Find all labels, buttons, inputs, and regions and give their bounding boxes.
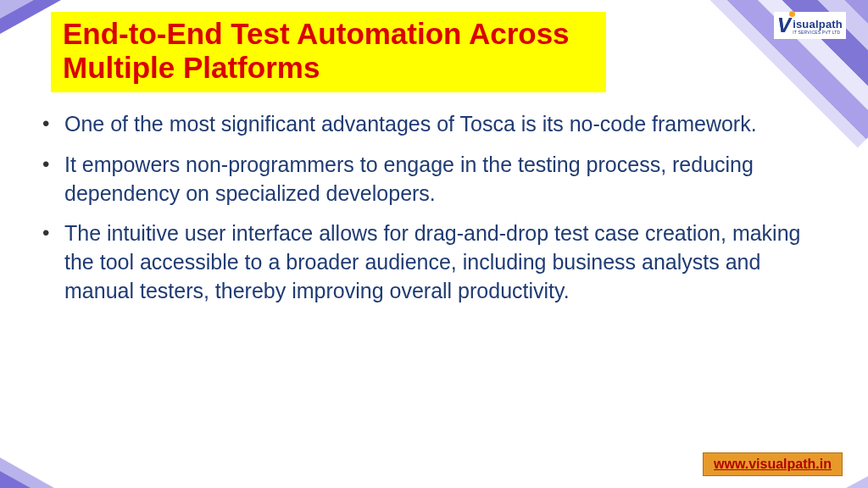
corner-decor-bl xyxy=(0,458,54,488)
footer-url-link[interactable]: www.visualpath.in xyxy=(703,452,843,476)
logo-brand-text: isualpath xyxy=(793,18,843,30)
list-item: It empowers non-programmers to engage in… xyxy=(39,151,817,208)
brand-logo: V isualpath IT SERVICES PVT LTD xyxy=(774,12,846,39)
slide-title: End-to-End Test Automation Across Multip… xyxy=(63,17,594,86)
list-item: The intuitive user interface allows for … xyxy=(39,219,817,305)
list-item: One of the most significant advantages o… xyxy=(39,110,817,139)
corner-decor-br xyxy=(846,476,868,488)
bullet-list: One of the most significant advantages o… xyxy=(39,110,817,306)
slide-body: One of the most significant advantages o… xyxy=(39,110,817,318)
logo-mark-icon: V xyxy=(777,14,791,37)
corner-decor-bl-overlay xyxy=(0,471,31,488)
logo-tagline: IT SERVICES PVT LTD xyxy=(793,30,843,35)
corner-decor-tl-overlay xyxy=(0,0,34,19)
slide-title-bar: End-to-End Test Automation Across Multip… xyxy=(51,12,606,92)
